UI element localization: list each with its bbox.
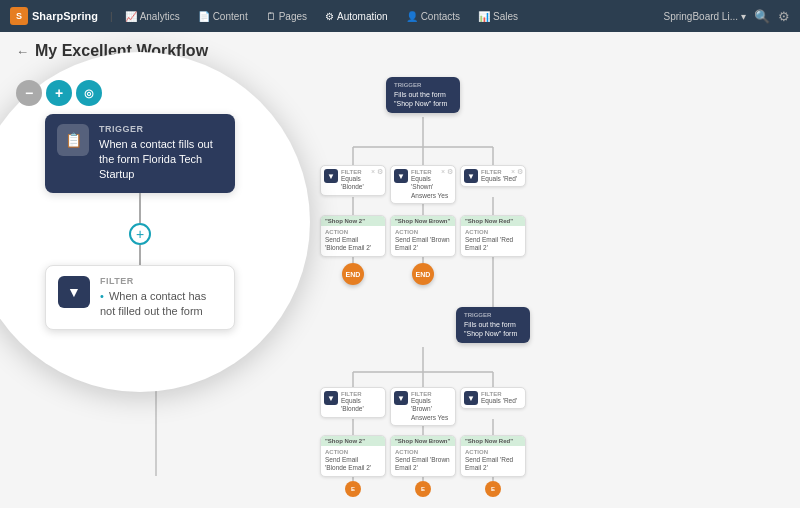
filter-2-settings[interactable]: ⚙ <box>447 168 453 176</box>
action-2-header: "Shop Now Brown" <box>391 216 455 226</box>
nav-pages[interactable]: 🗒 Pages <box>260 7 313 26</box>
filter-3-mini[interactable]: ▼ FILTER Equals 'Red' × ⚙ <box>460 165 526 187</box>
middle-trigger-mini[interactable]: TRIGGER Fills out the form "Shop Now" fo… <box>456 307 530 343</box>
filter-3-icon: ▼ <box>464 169 478 183</box>
action-4-body: ACTION Send Email 'Blonde Email 2' <box>321 446 385 476</box>
nav-contacts[interactable]: 👤 Contacts <box>400 7 466 26</box>
filter-6-icon: ▼ <box>464 391 478 405</box>
top-navigation: S SharpSpring | 📈 Analytics 📄 Content 🗒 … <box>0 0 800 32</box>
action-1-mini[interactable]: "Shop Now 2" ACTION Send Email 'Blonde E… <box>320 215 386 257</box>
action-5-mini[interactable]: "Shop Now Brown" ACTION Send Email 'Brow… <box>390 435 456 477</box>
nav-sales[interactable]: 📊 Sales <box>472 7 524 26</box>
zoom-out-button[interactable]: − <box>16 80 42 106</box>
filter-2-close[interactable]: × <box>441 168 445 175</box>
connector-line-2 <box>139 245 141 265</box>
filter-2-mini[interactable]: ▼ FILTER Equals 'Shown' Answers Yes × ⚙ <box>390 165 456 204</box>
action-6-header: "Shop Now Red" <box>461 436 525 446</box>
filter-node-icon: ▼ <box>58 276 90 308</box>
back-button[interactable]: ← <box>16 44 29 59</box>
filter-6-text: FILTER Equals 'Red' <box>481 391 517 405</box>
filter-1-mini[interactable]: ▼ FILTER Equals 'Blonde' × ⚙ <box>320 165 386 196</box>
orange-dot-1: END <box>342 263 364 285</box>
filter-1-close[interactable]: × <box>371 168 375 175</box>
nav-right: SpringBoard Li... ▾ 🔍 ⚙ <box>664 9 791 24</box>
trigger-node-card[interactable]: 📋 TRIGGER When a contact fills out the f… <box>45 114 235 193</box>
filter-bullet: • <box>100 290 104 302</box>
filter-node-card[interactable]: ▼ FILTER • When a contact has not filled… <box>45 265 235 331</box>
filter-4-text: FILTER Equals 'Blonde' <box>341 391 380 414</box>
top-trigger-desc: Fills out the form "Shop Now" form <box>394 90 452 108</box>
orange-dot-5: E <box>485 481 501 497</box>
filter-node-text: FILTER • When a contact has not filled o… <box>100 276 222 320</box>
orange-dot-3: E <box>345 481 361 497</box>
zoom-fit-button[interactable]: ◎ <box>76 80 102 106</box>
filter-5-mini[interactable]: ▼ FILTER Equals 'Brown' Answers Yes <box>390 387 456 426</box>
nav-content[interactable]: 📄 Content <box>192 7 254 26</box>
action-3-mini[interactable]: "Shop Now Red" ACTION Send Email 'Red Em… <box>460 215 526 257</box>
top-trigger-mini[interactable]: TRIGGER Fills out the form "Shop Now" fo… <box>386 77 460 113</box>
logo-icon: S <box>10 7 28 25</box>
add-node-button[interactable]: + <box>129 223 151 245</box>
filter-5-icon: ▼ <box>394 391 408 405</box>
zoom-controls: − + ◎ <box>16 80 102 106</box>
filter-2-icon: ▼ <box>394 169 408 183</box>
filter-3-close[interactable]: × <box>511 168 515 175</box>
zoom-in-button[interactable]: + <box>46 80 72 106</box>
logo-text: SharpSpring <box>32 10 98 22</box>
logo: S SharpSpring <box>10 7 98 25</box>
settings-icon[interactable]: ⚙ <box>778 9 790 24</box>
action-6-body: ACTION Send Email 'Red Email 2' <box>461 446 525 476</box>
nav-automation[interactable]: ⚙ Automation <box>319 7 394 26</box>
middle-trigger-desc: Fills out the form "Shop Now" form <box>464 320 522 338</box>
action-1-body: ACTION Send Email 'Blonde Email 2' <box>321 226 385 256</box>
trigger-description: When a contact fills out the form Florid… <box>99 137 223 183</box>
page-area: ← My Excellent Workflow − + ◎ 📋 TRIGGER … <box>0 32 800 508</box>
action-5-header: "Shop Now Brown" <box>391 436 455 446</box>
trigger-node-icon: 📋 <box>57 124 89 156</box>
search-icon[interactable]: 🔍 <box>754 9 770 24</box>
nav-divider: | <box>110 11 113 22</box>
action-2-body: ACTION Send Email 'Brown Email 2' <box>391 226 455 256</box>
filter-4-icon: ▼ <box>324 391 338 405</box>
middle-trigger-label: TRIGGER <box>464 312 522 318</box>
filter-1-settings[interactable]: ⚙ <box>377 168 383 176</box>
filter-1-icon: ▼ <box>324 169 338 183</box>
action-3-body: ACTION Send Email 'Red Email 2' <box>461 226 525 256</box>
action-1-header: "Shop Now 2" <box>321 216 385 226</box>
filter-4-mini[interactable]: ▼ FILTER Equals 'Blonde' <box>320 387 386 418</box>
workflow-tree: TRIGGER Fills out the form "Shop Now" fo… <box>310 67 780 507</box>
filter-5-text: FILTER Equals 'Brown' Answers Yes <box>411 391 450 422</box>
filter-6-mini[interactable]: ▼ FILTER Equals 'Red' <box>460 387 526 409</box>
trigger-node-text: TRIGGER When a contact fills out the for… <box>99 124 223 183</box>
orange-dot-4: E <box>415 481 431 497</box>
nav-user[interactable]: SpringBoard Li... ▾ <box>664 11 747 22</box>
filter-label: FILTER <box>100 276 222 286</box>
trigger-label: TRIGGER <box>99 124 223 134</box>
orange-dot-2: END <box>412 263 434 285</box>
action-2-mini[interactable]: "Shop Now Brown" ACTION Send Email 'Brow… <box>390 215 456 257</box>
action-6-mini[interactable]: "Shop Now Red" ACTION Send Email 'Red Em… <box>460 435 526 477</box>
action-3-header: "Shop Now Red" <box>461 216 525 226</box>
nav-analytics[interactable]: 📈 Analytics <box>119 7 186 26</box>
filter-description: • When a contact has not filled out the … <box>100 289 222 320</box>
top-trigger-label: TRIGGER <box>394 82 452 88</box>
action-5-body: ACTION Send Email 'Brown Email 2' <box>391 446 455 476</box>
filter-3-settings[interactable]: ⚙ <box>517 168 523 176</box>
action-4-header: "Shop Now 2" <box>321 436 385 446</box>
action-4-mini[interactable]: "Shop Now 2" ACTION Send Email 'Blonde E… <box>320 435 386 477</box>
connector-line-1 <box>139 193 141 223</box>
circle-content: 📋 TRIGGER When a contact fills out the f… <box>40 114 240 331</box>
